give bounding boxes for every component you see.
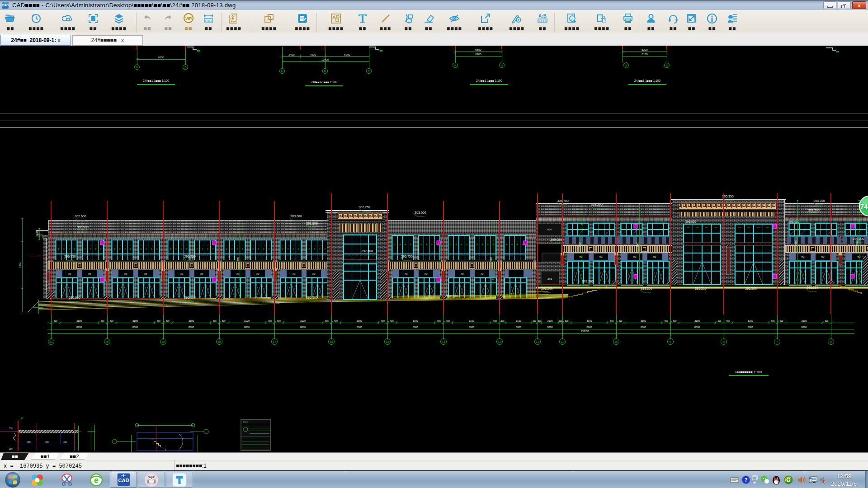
svg-text:295.200: 295.200: [745, 287, 756, 290]
svg-text:600: 600: [110, 320, 113, 322]
svg-text:3100: 3100: [516, 319, 521, 322]
svg-text:A: A: [571, 17, 574, 21]
svg-text:3100: 3100: [641, 319, 646, 322]
svg-text:6800: 6800: [158, 56, 164, 59]
svg-text:■■: ■■: [836, 50, 840, 53]
svg-text:3100: 3100: [413, 319, 418, 322]
svg-text:3100: 3100: [694, 319, 700, 322]
svg-text:13: 13: [498, 340, 501, 343]
svg-text:7M: 7M: [461, 272, 464, 275]
svg-text:7500: 7500: [579, 242, 581, 247]
svg-text:3100: 3100: [357, 319, 362, 322]
svg-text:8000: 8000: [641, 326, 646, 328]
svg-text:21: 21: [49, 340, 53, 343]
svg-text:7M: 7M: [802, 256, 805, 258]
svg-text:302.600: 302.600: [75, 215, 86, 218]
svg-text:152857: 152857: [581, 330, 589, 333]
svg-text:6900: 6900: [475, 53, 481, 56]
svg-text:7M: 7M: [633, 256, 637, 258]
svg-text:8000: 8000: [300, 326, 306, 328]
svg-text:8000: 8000: [748, 326, 753, 328]
svg-text:299.000: 299.000: [685, 220, 696, 223]
svg-text:291.500: 291.500: [306, 296, 317, 299]
svg-text:600: 600: [446, 320, 450, 322]
svg-text:24#■■1-1■■■ 1:100: 24#■■1-1■■■ 1:100: [476, 79, 502, 82]
svg-text:8000: 8000: [694, 326, 700, 328]
svg-text:24#■■1-1■■■ 1:100: 24#■■1-1■■■ 1:100: [311, 80, 337, 84]
svg-text:7M: 7M: [88, 272, 91, 275]
svg-text:296.900: 296.900: [69, 296, 80, 299]
svg-text:7M: 7M: [68, 272, 71, 275]
svg-text:7M: 7M: [405, 272, 408, 275]
svg-text:D'': D'': [625, 64, 627, 67]
svg-text:600: 600: [533, 320, 537, 322]
svg-text:7500: 7500: [36, 231, 39, 236]
svg-text:7M: 7M: [653, 256, 656, 258]
svg-text:150: 150: [9, 427, 13, 430]
svg-text:6: 6: [830, 340, 832, 343]
svg-text:A:B: A:B: [538, 14, 547, 19]
svg-text:7M: 7M: [580, 256, 583, 258]
svg-text:D: D: [136, 66, 138, 69]
svg-text:VIP: VIP: [185, 16, 192, 21]
svg-text:150: 150: [9, 448, 13, 450]
svg-text:B': B': [324, 70, 326, 72]
svg-text:302.750: 302.750: [359, 206, 370, 209]
svg-text:600: 600: [718, 320, 722, 322]
svg-text:7: 7: [776, 340, 778, 343]
svg-text:D': D': [281, 70, 283, 72]
svg-text:296.750: 296.750: [184, 255, 195, 258]
svg-text:24#■■1-1■■■ 1:100: 24#■■1-1■■■ 1:100: [143, 79, 169, 82]
svg-text:11: 11: [561, 340, 564, 343]
svg-text:7500: 7500: [636, 242, 639, 247]
svg-text:8000: 8000: [586, 326, 592, 328]
svg-text:301.500: 301.500: [306, 222, 317, 225]
svg-text:8000: 8000: [801, 326, 807, 328]
svg-text:7M: 7M: [599, 256, 603, 258]
svg-text:404: 404: [547, 278, 552, 281]
svg-text:600: 600: [673, 320, 677, 322]
svg-text:CAD: CAD: [299, 17, 304, 19]
svg-text:24#■■■■■■ 1:100: 24#■■■■■■ 1:100: [735, 370, 762, 374]
svg-text:303.000: 303.000: [415, 211, 426, 214]
svg-text:BCCI: BCCI: [243, 421, 248, 423]
svg-text:16: 16: [330, 340, 333, 343]
svg-text:600: 600: [157, 320, 160, 322]
svg-text:600: 600: [213, 320, 217, 322]
svg-text:5200: 5200: [642, 48, 648, 51]
svg-text:3100: 3100: [300, 319, 306, 322]
svg-text:2400: 2400: [288, 53, 295, 56]
svg-text:304.700: 304.700: [557, 199, 568, 202]
svg-text:600: 600: [619, 320, 623, 322]
svg-text:150: 150: [63, 441, 67, 443]
svg-text:3100: 3100: [76, 319, 82, 322]
svg-text:292.200: 292.200: [541, 287, 552, 290]
svg-text:7M: 7M: [200, 272, 203, 275]
svg-text:74: 74: [860, 202, 868, 210]
svg-text:8000: 8000: [413, 326, 418, 328]
svg-text:295.200: 295.200: [641, 287, 652, 290]
svg-text:293.200: 293.200: [807, 286, 818, 289]
svg-text:7M: 7M: [236, 272, 240, 275]
svg-text:150: 150: [45, 441, 49, 443]
svg-text:7500: 7500: [19, 262, 22, 267]
svg-text:306.900: 306.900: [77, 225, 88, 229]
svg-text:296.750: 296.750: [64, 255, 75, 258]
svg-text:3100: 3100: [189, 319, 194, 322]
svg-text:■■: ■■: [197, 49, 200, 52]
svg-text:8000: 8000: [516, 326, 521, 328]
svg-text:10: 10: [614, 340, 618, 343]
svg-text:293.200: 293.200: [582, 280, 593, 283]
svg-text:D: D: [501, 64, 503, 67]
svg-text:7M: 7M: [124, 272, 127, 275]
svg-text:7600: 7600: [310, 53, 316, 56]
svg-text:295.200: 295.200: [695, 287, 706, 290]
svg-text:600: 600: [54, 320, 57, 322]
svg-text:297.600: 297.600: [361, 249, 373, 253]
svg-text:304.700: 304.700: [813, 199, 825, 202]
svg-text:8000: 8000: [76, 326, 82, 328]
svg-text:8000: 8000: [244, 326, 250, 328]
svg-text:3100: 3100: [132, 319, 138, 322]
svg-text:296.900: 296.900: [184, 296, 195, 299]
svg-text:8000: 8000: [547, 326, 552, 328]
